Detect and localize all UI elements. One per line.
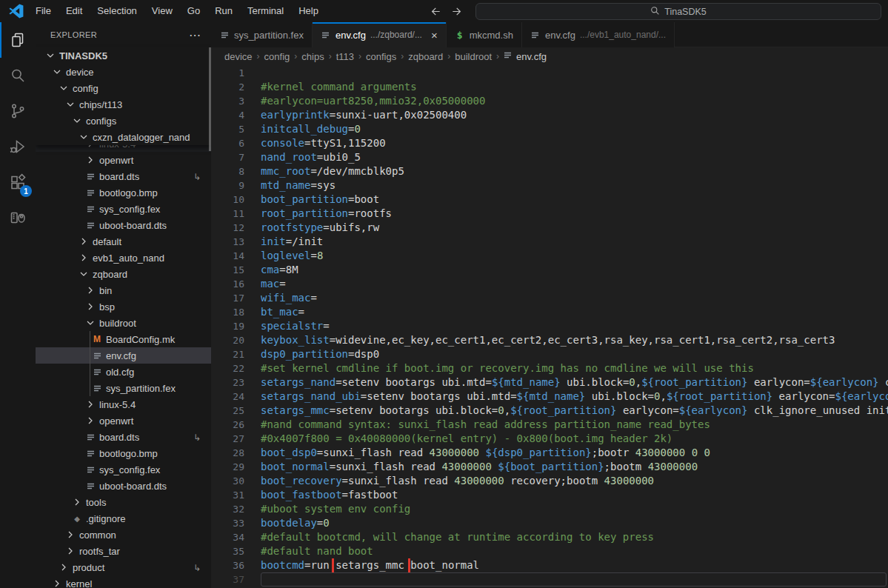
code-line-34[interactable]: 34#default bootcmd, will change at runti… xyxy=(211,530,888,544)
tree-item-openwrt[interactable]: openwrt xyxy=(36,152,211,168)
embedded-linux-icon[interactable] xyxy=(0,200,36,235)
menu-run[interactable]: Run xyxy=(207,0,240,22)
code-line-23[interactable]: 23setargs_nand=setenv bootargs ubi.mtd=$… xyxy=(211,375,888,390)
sidebar-scrollbar[interactable] xyxy=(209,47,211,151)
tree-item-bootlogo-bmp[interactable]: bootlogo.bmp xyxy=(36,445,211,461)
tree-item-sys_config-fex[interactable]: sys_config.fex xyxy=(36,461,211,478)
explorer-icon[interactable] xyxy=(0,22,36,58)
tree-item-bootlogo-bmp[interactable]: bootlogo.bmp xyxy=(36,184,211,201)
code-line-7[interactable]: 7nand_root=ubi0_5 xyxy=(211,150,888,164)
tree-item-buildroot[interactable]: buildroot xyxy=(36,315,211,331)
code-line-6[interactable]: 6console=ttyS1,115200 xyxy=(211,136,888,150)
command-center-search[interactable]: TinaSDK5 xyxy=(475,3,881,20)
menu-go[interactable]: Go xyxy=(180,0,207,22)
code-line-18[interactable]: 18bt_mac= xyxy=(211,305,888,319)
code-editor[interactable]: 12#kernel command arguments3#earlycon=ua… xyxy=(211,65,888,588)
code-line-36[interactable]: 36bootcmd=run setargs_mmc boot_normal xyxy=(211,558,888,572)
code-line-31[interactable]: 31boot_fastboot=fastboot xyxy=(211,488,888,502)
close-icon[interactable]: × xyxy=(431,30,438,41)
code-line-22[interactable]: 22#set kernel cmdline if boot.img or rec… xyxy=(211,361,888,375)
code-line-4[interactable]: 4earlyprintk=sunxi-uart,0x02500400 xyxy=(211,108,888,122)
tree-item-evb1_auto_nand[interactable]: evb1_auto_nand xyxy=(36,250,211,266)
tree-item-tinasdk5[interactable]: TINASDK5 xyxy=(36,47,211,64)
tree-item-cxzn_datalogger_nand[interactable]: cxzn_datalogger_nand xyxy=(36,129,211,145)
tree-item-linux-5-4[interactable]: linux-5.4 xyxy=(36,145,211,152)
code-line-14[interactable]: 14loglevel=8 xyxy=(211,249,888,263)
extensions-icon[interactable]: 1 xyxy=(0,164,36,200)
code-line-24[interactable]: 24setargs_nand_ubi=setenv bootargs ubi.m… xyxy=(211,390,888,404)
tree-item-env-cfg[interactable]: env.cfg xyxy=(36,347,211,364)
tree-item-config[interactable]: config xyxy=(36,80,211,96)
tree-item-device[interactable]: device xyxy=(36,64,211,80)
code-line-29[interactable]: 29boot_normal=sunxi_flash read 43000000 … xyxy=(211,460,888,474)
run-debug-icon[interactable] xyxy=(0,129,36,164)
source-control-icon[interactable] xyxy=(0,93,36,129)
code-line-1[interactable]: 1 xyxy=(211,66,888,80)
tree-item-rootfs_tar[interactable]: rootfs_tar xyxy=(36,543,211,559)
tree-item-configs[interactable]: configs xyxy=(36,113,211,129)
tree-item-bsp[interactable]: bsp xyxy=(36,298,211,315)
code-line-13[interactable]: 13init=/init xyxy=(211,235,888,249)
tree-item-board-dts[interactable]: board.dts xyxy=(36,168,211,184)
menu-selection[interactable]: Selection xyxy=(90,0,144,22)
code-line-21[interactable]: 21dsp0_partition=dsp0 xyxy=(211,347,888,361)
more-actions-icon[interactable] xyxy=(189,28,201,42)
tab-sys_partition-fex-0[interactable]: sys_partition.fex xyxy=(211,22,313,47)
code-line-12[interactable]: 12rootfstype=ubifs,rw xyxy=(211,221,888,235)
tree-item-openwrt[interactable]: openwrt xyxy=(36,412,211,429)
nav-back-icon[interactable] xyxy=(427,3,443,19)
tree-item-boardconfig-mk[interactable]: BoardConfig.mk xyxy=(36,331,211,347)
code-line-5[interactable]: 5initcall_debug=0 xyxy=(211,122,888,136)
tree-item-sys_partition-fex[interactable]: sys_partition.fex xyxy=(36,380,211,396)
code-line-17[interactable]: 17wifi_mac= xyxy=(211,291,888,305)
code-line-16[interactable]: 16mac= xyxy=(211,277,888,291)
code-line-19[interactable]: 19specialstr= xyxy=(211,319,888,333)
breadcrumb-item-config[interactable]: config xyxy=(264,51,291,62)
breadcrumb-item-t113[interactable]: t113 xyxy=(335,51,355,62)
breadcrumb-file[interactable]: env.cfg xyxy=(503,50,547,62)
code-line-27[interactable]: 27#0x4007f800 = 0x40080000(kernel entry)… xyxy=(211,432,888,446)
search-view-icon[interactable] xyxy=(0,58,36,93)
code-line-11[interactable]: 11root_partition=rootfs xyxy=(211,207,888,221)
code-line-33[interactable]: 33bootdelay=0 xyxy=(211,516,888,530)
tree-item-zqboard[interactable]: zqboard xyxy=(36,266,211,282)
code-line-20[interactable]: 20keybox_list=widevine,ec_key,ec_cert1,e… xyxy=(211,333,888,347)
tree-item-linux-5-4[interactable]: linux-5.4 xyxy=(36,396,211,412)
breadcrumb-item-chips[interactable]: chips xyxy=(301,51,324,62)
code-line-9[interactable]: 9mtd_name=sys xyxy=(211,178,888,193)
tree-item--gitignore[interactable]: .gitignore xyxy=(36,510,211,527)
menu-help[interactable]: Help xyxy=(291,0,326,22)
code-line-30[interactable]: 30boot_recovery=sunxi_flash read 4300000… xyxy=(211,474,888,488)
code-line-35[interactable]: 35#default nand boot xyxy=(211,544,888,558)
tree-item-kernel[interactable]: kernel xyxy=(36,575,211,588)
code-line-32[interactable]: 32#uboot system env config xyxy=(211,502,888,516)
tree-item-uboot-board-dts[interactable]: uboot-board.dts xyxy=(36,478,211,494)
menu-edit[interactable]: Edit xyxy=(59,0,90,22)
tree-item-board-dts[interactable]: board.dts xyxy=(36,429,211,445)
code-line-37[interactable]: 37 xyxy=(211,572,888,587)
tree-item-product[interactable]: product xyxy=(36,559,211,575)
code-line-28[interactable]: 28boot_dsp0=sunxi_flash read 43000000 ${… xyxy=(211,446,888,460)
tree-item-tools[interactable]: tools xyxy=(36,494,211,510)
menu-file[interactable]: File xyxy=(28,0,59,22)
breadcrumb-item-buildroot[interactable]: buildroot xyxy=(454,51,493,62)
tab-mkcmd-sh-2[interactable]: mkcmd.sh xyxy=(447,22,522,47)
menu-view[interactable]: View xyxy=(144,0,180,22)
menu-terminal[interactable]: Terminal xyxy=(240,0,291,22)
tab-env-cfg-3[interactable]: env.cfg.../evb1_auto_nand/... xyxy=(522,22,675,47)
code-line-3[interactable]: 3#earlycon=uart8250,mmio32,0x05000000 xyxy=(211,94,888,108)
code-line-15[interactable]: 15cma=8M xyxy=(211,263,888,277)
tree-item-bin[interactable]: bin xyxy=(36,282,211,298)
code-line-2[interactable]: 2#kernel command arguments xyxy=(211,80,888,94)
tree-item-uboot-board-dts[interactable]: uboot-board.dts xyxy=(36,217,211,233)
tree-item-common[interactable]: common xyxy=(36,527,211,543)
code-line-8[interactable]: 8mmc_root=/dev/mmcblk0p5 xyxy=(211,164,888,178)
breadcrumb-item-configs[interactable]: configs xyxy=(365,51,397,62)
tree-item-default[interactable]: default xyxy=(36,233,211,250)
code-line-25[interactable]: 25setargs_mmc=setenv bootargs ubi.block=… xyxy=(211,404,888,418)
tree-item-chips-t113[interactable]: chips/t113 xyxy=(36,96,211,113)
code-line-26[interactable]: 26#nand command syntax: sunxi_flash read… xyxy=(211,418,888,432)
breadcrumb-item-zqboard[interactable]: zqboard xyxy=(407,51,444,62)
nav-forward-icon[interactable] xyxy=(449,3,465,19)
tree-item-sys_config-fex[interactable]: sys_config.fex xyxy=(36,201,211,217)
